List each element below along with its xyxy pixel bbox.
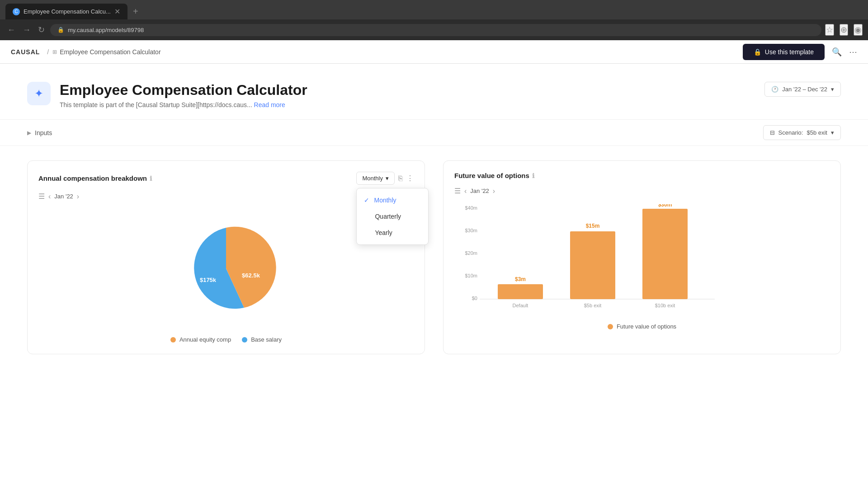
- address-bar[interactable]: 🔒 my.causal.app/models/89798: [50, 24, 821, 36]
- tab-favicon: C: [13, 8, 20, 15]
- inputs-toggle[interactable]: ▶ Inputs: [27, 129, 52, 136]
- chart2-prev-button[interactable]: ‹: [464, 187, 467, 195]
- dropdown-item-yearly[interactable]: Yearly: [357, 225, 428, 241]
- date-range-text: Jan '22 – Dec '22: [782, 86, 827, 93]
- date-range-button[interactable]: 🕐 Jan '22 – Dec '22 ▾: [764, 82, 841, 97]
- read-more-link[interactable]: Read more: [254, 101, 285, 108]
- active-tab[interactable]: C Employee Compensation Calcu... ✕: [5, 4, 127, 19]
- chart2-hamburger-icon[interactable]: ☰: [454, 187, 461, 195]
- use-template-label: Use this template: [765, 48, 814, 56]
- bar-5b-label: $15m: [586, 223, 600, 229]
- page-icon: ✦: [27, 82, 51, 105]
- bar-10b-label: $30m: [658, 204, 672, 208]
- chart1-hamburger-icon[interactable]: ☰: [38, 192, 45, 201]
- profile-button[interactable]: ◉: [854, 24, 863, 36]
- browser-toolbar: ← → ↻ 🔒 my.causal.app/models/89798 ☆ ⊕ ◉: [0, 19, 868, 40]
- chart1-title: Annual compensation breakdown ℹ: [38, 174, 152, 182]
- equity-legend-dot: [170, 337, 176, 343]
- salary-legend-dot: [242, 337, 247, 343]
- bar-5b-exit: [570, 231, 615, 299]
- lock-small-icon: 🔒: [754, 48, 761, 56]
- bar-default-x-label: Default: [513, 303, 528, 308]
- page-title-section: ✦ Employee Compensation Calculator This …: [27, 82, 307, 108]
- future-value-legend-dot: [608, 324, 613, 329]
- url-text: my.causal.app/models/89798: [68, 27, 144, 33]
- chart1-next-button[interactable]: ›: [77, 192, 79, 201]
- scenario-value: $5b exit: [807, 129, 827, 136]
- chart2-legend: Future value of options: [454, 323, 830, 330]
- chart1-info-icon: ℹ: [150, 175, 152, 182]
- chart2-header: Future value of options ℹ: [454, 172, 830, 179]
- chart2-info-icon: ℹ: [532, 172, 534, 179]
- toggle-arrow-icon: ▶: [27, 130, 31, 136]
- chart2-next-button[interactable]: ›: [493, 187, 495, 195]
- subtitle-text: This template is part of the [Causal Sta…: [60, 101, 254, 108]
- new-tab-button[interactable]: +: [129, 5, 142, 18]
- monthly-option-label: Monthly: [374, 197, 396, 204]
- breadcrumb-icon: ⊞: [52, 49, 57, 55]
- chart2-title-text: Future value of options: [454, 172, 529, 179]
- inputs-bar: ▶ Inputs ⊟ Scenario: $5b exit ▾: [0, 119, 868, 146]
- salary-label: $175k: [200, 277, 217, 283]
- search-header-button[interactable]: 🔍: [832, 47, 842, 57]
- main-content: ✦ Employee Compensation Calculator This …: [0, 64, 868, 488]
- breadcrumb-item: ⊞ Employee Compensation Calculator: [52, 48, 160, 56]
- chart1-period-label: Jan '22: [54, 193, 73, 200]
- more-options-button[interactable]: ⋯: [849, 47, 857, 57]
- bar-default: [498, 284, 543, 299]
- yearly-option-label: Yearly: [375, 229, 392, 236]
- use-template-button[interactable]: 🔒 Use this template: [743, 44, 825, 60]
- period-selector-button[interactable]: Monthly ▾: [356, 172, 395, 185]
- y-label-10m: $10m: [465, 273, 477, 278]
- period-label: Monthly: [362, 175, 383, 182]
- lock-icon: 🔒: [57, 27, 64, 33]
- page-info: Employee Compensation Calculator This te…: [60, 82, 307, 108]
- bar-chart-container: $40m $30m $20m $10m $0 $3m Default: [454, 204, 830, 314]
- scenario-icon: ⊟: [770, 129, 775, 136]
- salary-legend-label: Base salary: [251, 336, 282, 343]
- chevron-down-icon: ▾: [831, 86, 834, 93]
- browser-tabs: C Employee Compensation Calcu... ✕ +: [0, 0, 868, 19]
- y-label-40m: $40m: [465, 205, 477, 211]
- y-label-30m: $30m: [465, 228, 477, 233]
- charts-section: Annual compensation breakdown ℹ Monthly …: [0, 146, 868, 369]
- check-icon: ✓: [364, 197, 369, 204]
- scenario-button[interactable]: ⊟ Scenario: $5b exit ▾: [763, 125, 841, 140]
- chart1-copy-icon[interactable]: ⎘: [398, 174, 403, 183]
- bar-default-label: $3m: [515, 276, 526, 282]
- inputs-label: Inputs: [35, 129, 52, 136]
- future-value-chart: Future value of options ℹ ☰ ‹ Jan '22 › …: [443, 160, 841, 354]
- tab-title: Employee Compensation Calcu...: [24, 8, 111, 15]
- scenario-chevron-icon: ▾: [831, 129, 834, 136]
- pie-chart-svg: $62.5k $175k: [158, 219, 294, 318]
- y-label-20m: $20m: [465, 250, 477, 256]
- future-value-legend-item: Future value of options: [608, 323, 676, 330]
- bar-10b-exit: [642, 209, 688, 299]
- chart1-header: Annual compensation breakdown ℹ Monthly …: [38, 172, 414, 185]
- period-selector-wrapper: Monthly ▾ ✓ Monthly: [356, 172, 395, 185]
- dropdown-item-quarterly[interactable]: Quarterly: [357, 208, 428, 225]
- bookmark-button[interactable]: ☆: [825, 24, 834, 36]
- app-header: CAUSAL / ⊞ Employee Compensation Calcula…: [0, 40, 868, 64]
- bar-10b-x-label: $10b exit: [655, 303, 675, 308]
- chart1-prev-button[interactable]: ‹: [48, 192, 51, 201]
- chart2-title: Future value of options ℹ: [454, 172, 534, 179]
- causal-logo: CAUSAL: [11, 48, 40, 56]
- reload-button[interactable]: ↻: [36, 23, 47, 37]
- extension-button[interactable]: ⊕: [840, 24, 848, 36]
- breadcrumb-label[interactable]: Employee Compensation Calculator: [60, 48, 160, 56]
- toolbar-actions: ☆ ⊕ ◉: [825, 24, 863, 36]
- future-value-legend-label: Future value of options: [617, 323, 676, 330]
- page-title: Employee Compensation Calculator: [60, 82, 307, 99]
- chart1-more-icon[interactable]: ⋮: [406, 174, 414, 183]
- dropdown-item-monthly[interactable]: ✓ Monthly: [357, 192, 428, 208]
- tab-close-button[interactable]: ✕: [114, 7, 120, 16]
- breadcrumb-separator: /: [47, 48, 49, 56]
- chart1-controls: Monthly ▾ ✓ Monthly: [356, 172, 414, 185]
- forward-button[interactable]: →: [21, 23, 33, 37]
- annual-comp-chart: Annual compensation breakdown ℹ Monthly …: [27, 160, 425, 354]
- back-button[interactable]: ←: [5, 23, 17, 37]
- equity-label: $62.5k: [242, 272, 260, 279]
- browser-frame: C Employee Compensation Calcu... ✕ + ← →…: [0, 0, 868, 488]
- y-label-0: $0: [472, 296, 477, 301]
